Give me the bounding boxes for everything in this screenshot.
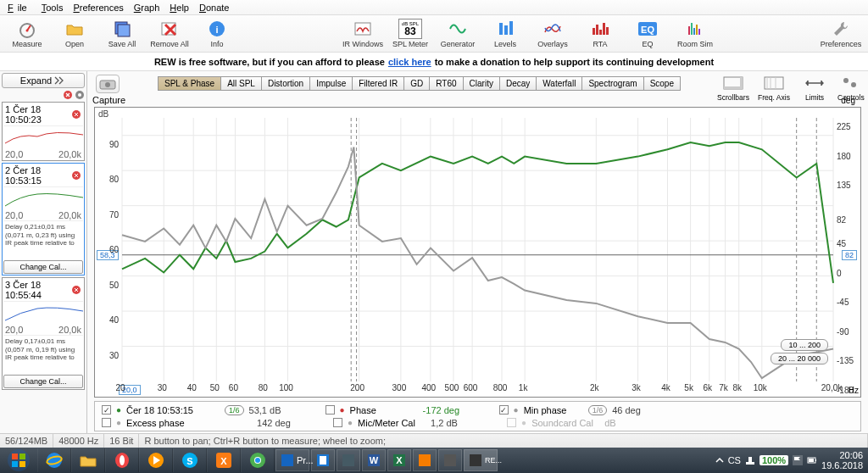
tray-battery-icon[interactable]	[807, 455, 817, 465]
tab-rt60[interactable]: RT60	[429, 76, 462, 91]
tray-volume[interactable]: 100%	[760, 455, 788, 465]
menu-graph[interactable]: Graph	[130, 2, 164, 14]
task-app-6[interactable]	[413, 449, 437, 471]
svg-rect-101	[748, 457, 752, 462]
tray-chevron-icon[interactable]	[715, 456, 724, 465]
freqaxis-toggle[interactable]: Freq. Axis	[756, 75, 792, 102]
tray-flag-icon[interactable]	[793, 455, 803, 465]
task-app-8[interactable]: RE...	[464, 449, 498, 471]
roomsim-icon	[685, 19, 705, 39]
task-explorer[interactable]	[71, 448, 105, 472]
eq-icon: EQ	[637, 19, 658, 39]
task-app-1[interactable]: Pr...	[275, 449, 309, 471]
svg-rect-104	[815, 459, 816, 461]
scrollbars-icon	[721, 75, 745, 92]
tab-impulse[interactable]: Impulse	[309, 76, 352, 91]
scrollbars-toggle[interactable]: Scrollbars	[715, 75, 751, 102]
main-toolbar: Measure Open Save All Remove All i Info …	[0, 15, 868, 53]
folder-open-icon	[64, 19, 85, 39]
tray-network-icon[interactable]	[745, 455, 755, 465]
splmeter-button[interactable]: dB SPL 83 SPL Meter	[388, 17, 432, 51]
donate-link[interactable]: click here	[388, 57, 431, 67]
range-box-2[interactable]: 20 ... 20 000	[771, 353, 828, 364]
limits-button[interactable]: Limits	[797, 75, 832, 102]
preferences-button[interactable]: Preferences	[819, 17, 863, 51]
donate-text-post: to make a donation to help support its c…	[435, 57, 714, 67]
close-icon[interactable]	[63, 90, 73, 100]
removeall-button[interactable]: Remove All	[147, 17, 192, 51]
floppy-multi-icon	[112, 19, 132, 39]
irwindows-icon	[353, 19, 373, 39]
menu-tools[interactable]: Tools	[37, 2, 68, 14]
open-button[interactable]: Open	[53, 17, 97, 51]
levels-icon	[495, 19, 515, 39]
gear-icon[interactable]	[75, 90, 85, 100]
task-opera[interactable]	[105, 448, 139, 472]
tab-waterfall[interactable]: Waterfall	[536, 76, 581, 91]
legend-miccal-checkbox[interactable]	[333, 418, 342, 427]
tab-scope[interactable]: Scope	[643, 76, 681, 91]
svg-rect-99	[470, 454, 481, 466]
rta-button[interactable]: RTA	[578, 17, 622, 51]
legend-phase-checkbox[interactable]	[326, 405, 335, 415]
tab-filtered-ir[interactable]: Filtered IR	[352, 76, 403, 91]
tab-distortion[interactable]: Distortion	[261, 76, 309, 91]
roomsim-button[interactable]: Room Sim	[673, 17, 717, 51]
legend-smooth[interactable]: 1/6	[225, 405, 244, 415]
task-wmp[interactable]	[139, 448, 173, 472]
close-icon[interactable]	[71, 109, 81, 120]
measure-button[interactable]: Measure	[5, 17, 49, 51]
overlays-button[interactable]: Overlays	[531, 17, 575, 51]
tab-spl-phase[interactable]: SPL & Phase	[158, 76, 220, 91]
legend-excess-checkbox[interactable]	[102, 418, 111, 427]
generator-button[interactable]: Generator	[436, 17, 480, 51]
svg-rect-105	[809, 459, 814, 462]
levels-button[interactable]: Levels	[483, 17, 527, 51]
menu-help[interactable]: Help	[165, 2, 193, 14]
thumb-info: Delay 0,17±0,01 ms (0,057 m, 0,19 ft) us…	[3, 335, 83, 374]
legend-spl-checkbox[interactable]	[102, 405, 111, 415]
task-app-5[interactable]: X	[387, 449, 411, 471]
spl-phase-chart[interactable]: dB deg 58,3 82 20,0 10 ... 200 20 ... 20…	[94, 107, 861, 398]
measurement-thumb[interactable]: 2 Čer 18 10:53:15 20,020,0k Delay 0,21±0…	[2, 163, 85, 275]
tray-clock[interactable]: 20:0619.6.2018	[821, 450, 863, 470]
start-button[interactable]	[0, 448, 37, 473]
close-icon[interactable]	[71, 170, 81, 181]
close-icon[interactable]	[71, 285, 81, 295]
change-cal-button[interactable]: Change Cal...	[3, 260, 83, 274]
task-app-4[interactable]: W	[362, 449, 386, 471]
tab-clarity[interactable]: Clarity	[463, 76, 499, 91]
svg-text:i: i	[215, 25, 218, 35]
task-app-7[interactable]	[438, 449, 462, 471]
measurement-thumb[interactable]: 1 Čer 18 10:50:23 20,020,0k	[2, 102, 85, 161]
change-cal-button[interactable]: Change Cal...	[3, 375, 83, 388]
svg-rect-12	[596, 25, 598, 35]
tab-decay[interactable]: Decay	[499, 76, 536, 91]
task-ie[interactable]	[37, 448, 71, 472]
task-xampp[interactable]: X	[207, 448, 241, 472]
app-status-bar: 56/124MB 48000 Hz 16 Bit R button to pan…	[0, 433, 868, 448]
task-chrome[interactable]	[241, 448, 275, 472]
tab-gd[interactable]: GD	[403, 76, 429, 91]
svg-rect-75	[12, 461, 18, 467]
capture-button[interactable]: Capture	[92, 75, 123, 105]
irwindows-button[interactable]: IR Windows	[341, 17, 385, 51]
info-button[interactable]: i Info	[195, 17, 239, 51]
tab-spectrogram[interactable]: Spectrogram	[581, 76, 643, 91]
expand-button[interactable]: Expand	[2, 73, 85, 88]
range-box-1[interactable]: 10 ... 200	[781, 339, 828, 351]
task-app-3[interactable]	[337, 449, 360, 471]
svg-text:X: X	[396, 455, 403, 465]
legend-minphase-checkbox[interactable]	[499, 405, 509, 415]
task-app-2[interactable]	[311, 449, 335, 471]
svg-rect-21	[696, 25, 698, 35]
eq-button[interactable]: EQ EQ	[626, 17, 670, 51]
menu-donate[interactable]: Donate	[195, 2, 233, 14]
measurement-thumb[interactable]: 3 Čer 18 10:55:44 20,020,0k Delay 0,17±0…	[2, 277, 85, 390]
saveall-button[interactable]: Save All	[100, 17, 144, 51]
task-skype[interactable]: S	[173, 448, 207, 472]
menu-file[interactable]: File	[3, 2, 36, 14]
tray-lang[interactable]: CS	[728, 455, 741, 465]
tab-all-spl[interactable]: All SPL	[220, 76, 261, 91]
menu-preferences[interactable]: Preferences	[69, 2, 127, 14]
